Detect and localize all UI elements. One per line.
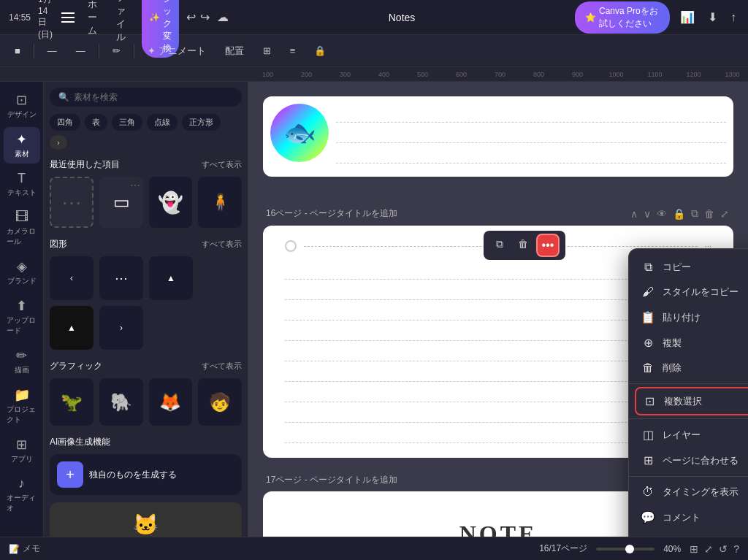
filter-square[interactable]: 四角 xyxy=(50,114,80,131)
pen-icon[interactable]: ✏ xyxy=(107,42,126,59)
expand-icon[interactable]: ⤢ xyxy=(719,207,730,221)
slider-track[interactable] xyxy=(596,548,654,551)
lock-icon[interactable]: 🔒 xyxy=(308,42,332,59)
grid-icon[interactable]: ⊞ xyxy=(257,42,277,59)
graphic-2[interactable]: 🐘 xyxy=(99,378,143,426)
animate-button[interactable]: ✦ アニメート xyxy=(142,42,212,61)
sidebar-item-upload[interactable]: ⬆ アップロード xyxy=(4,294,40,340)
sidebar-item-brand[interactable]: ◈ ブランド xyxy=(4,254,40,291)
filter-triangle[interactable]: 三角 xyxy=(112,114,142,131)
recent-grid: ⋯ ▭ ⋯ 👻 🧍 xyxy=(50,177,242,228)
menu-link[interactable]: 🔗 リンク Ctrl+K xyxy=(629,530,748,537)
context-menu: ⧉ コピー Ctrl+C 🖌 スタイルをコピー Ctrl+Alt+C 📋 貼り付… xyxy=(628,248,748,537)
filter-table[interactable]: 表 xyxy=(85,114,107,131)
sidebar-item-camera[interactable]: 🎞 カメラロール xyxy=(4,205,40,251)
text-icon: T xyxy=(18,171,26,186)
recent-see-all[interactable]: すべて表示 xyxy=(202,159,242,170)
stats-icon[interactable]: 📊 xyxy=(677,7,698,27)
copy-float-btn[interactable]: ⧉ xyxy=(489,234,510,254)
menu-paste[interactable]: 📋 貼り付け Ctrl+V xyxy=(629,304,748,330)
file-nav[interactable]: ファイル xyxy=(110,0,134,45)
stop-btn[interactable]: ■ xyxy=(9,42,26,59)
undo-bottom-icon[interactable]: ↺ xyxy=(719,543,728,555)
menu-timing[interactable]: ⏱ タイミングを表示 xyxy=(629,480,748,505)
search-input[interactable] xyxy=(74,92,233,102)
recent-item-4[interactable]: 🧍 xyxy=(198,177,242,228)
fullscreen-icon[interactable]: ⤢ xyxy=(704,543,713,555)
menu-copy-style[interactable]: 🖌 スタイルをコピー Ctrl+Alt+C xyxy=(629,280,748,304)
trash-float-btn[interactable]: 🗑 xyxy=(513,234,533,254)
filter-square2[interactable]: 正方形 xyxy=(182,114,221,131)
grid-view-icon[interactable]: ⊞ xyxy=(690,543,698,555)
copy-page-icon[interactable]: ⧉ xyxy=(690,206,700,221)
filter-more[interactable]: › xyxy=(50,135,67,150)
slider-thumb[interactable] xyxy=(625,545,634,553)
topbar-right: ⭐ Canva Proをお試しください 📊 ⬇ ↑ xyxy=(575,1,739,34)
zoom-slider xyxy=(596,548,654,551)
lock-page-icon[interactable]: 🔒 xyxy=(671,207,687,221)
delete-page-icon[interactable]: 🗑 xyxy=(703,207,716,221)
top-bar: 14:55 1月14日(日) ホーム ファイル ✨ マジック変換 ↩ ↪ ☁ N… xyxy=(0,0,748,35)
filter-row: 四角 表 三角 点線 正方形 › xyxy=(50,114,242,150)
dash-btn[interactable]: — xyxy=(42,42,63,59)
shape-arrow-right[interactable]: › xyxy=(99,306,143,350)
separator-3 xyxy=(134,44,134,58)
shape-dark-triangle[interactable]: ▲ xyxy=(50,306,94,350)
sidebar-item-material[interactable]: ✦ 素材 xyxy=(4,127,40,164)
sidebar-item-design[interactable]: ⊡ デザイン xyxy=(4,88,40,124)
memo-icon: 📝 xyxy=(9,544,20,554)
sidebar-item-text[interactable]: T テキスト xyxy=(4,166,40,202)
filter-icon[interactable]: ≡ xyxy=(284,42,302,59)
menu-fit-page[interactable]: ⊞ ページに合わせる › xyxy=(629,448,748,473)
sidebar-item-app[interactable]: ⊞ アプリ xyxy=(4,432,40,469)
chevron-up-icon[interactable]: ∧ xyxy=(629,207,639,221)
menu-duplicate[interactable]: ⊕ 複製 Ctrl+D xyxy=(629,330,748,356)
recent-item-2[interactable]: ▭ ⋯ xyxy=(99,177,143,228)
notes-title: Notes xyxy=(389,12,416,23)
filter-dotted[interactable]: 点線 xyxy=(147,114,178,131)
shapes-grid: ‹ ⋯ ▲ ▲ › xyxy=(50,256,242,350)
menu-delete[interactable]: 🗑 削除 DELETE xyxy=(629,356,748,380)
shape-dots[interactable]: ⋯ xyxy=(99,256,143,300)
page-16-header: 16ページ - ページタイトルを追加 ∧ ∨ 👁 🔒 ⧉ 🗑 ⤢ xyxy=(263,206,733,221)
menu-copy[interactable]: ⧉ コピー Ctrl+C xyxy=(629,255,748,280)
fish-decoration: 🐟 xyxy=(263,96,733,169)
menu-comment[interactable]: 💬 コメント Ctrl+Alt+N xyxy=(629,505,748,530)
redo-button[interactable]: ↪ xyxy=(200,10,210,24)
graphic-1[interactable]: 🦖 xyxy=(50,378,94,426)
graphics-see-all[interactable]: すべて表示 xyxy=(202,361,242,372)
time-display: 14:55 xyxy=(9,12,31,23)
sidebar-item-draw[interactable]: ✏ 描画 xyxy=(4,343,40,380)
sidebar-item-project[interactable]: 📁 プロジェクト xyxy=(4,383,40,429)
shape-triangle[interactable]: ▲ xyxy=(149,256,193,300)
arrange-button[interactable]: 配置 xyxy=(219,42,250,61)
three-dots-btn[interactable]: ••• xyxy=(536,234,560,257)
download-icon[interactable]: ⬇ xyxy=(705,7,720,27)
graphic-4[interactable]: 🧒 xyxy=(198,378,242,426)
graphic-3[interactable]: 🦊 xyxy=(149,378,193,426)
more-icon[interactable]: ⋯ xyxy=(130,180,140,191)
cloud-save-icon[interactable]: ☁ xyxy=(217,10,229,24)
search-bar: 🔍 xyxy=(50,88,242,107)
shapes-see-all[interactable]: すべて表示 xyxy=(202,239,242,250)
memo-button[interactable]: 📝 メモ xyxy=(9,542,40,555)
chevron-down-icon[interactable]: ∨ xyxy=(642,207,652,221)
undo-button[interactable]: ↩ xyxy=(186,10,196,24)
hamburger-icon[interactable] xyxy=(61,9,75,26)
shape-arrow-left[interactable]: ‹ xyxy=(50,256,94,300)
home-nav[interactable]: ホーム xyxy=(82,0,103,39)
menu-multi-select[interactable]: ⊡ 複数選択 xyxy=(635,387,748,415)
dash2-btn[interactable]: — xyxy=(70,42,91,59)
sidebar-item-audio[interactable]: ♪ オーディオ xyxy=(4,472,40,518)
page-17-title: 17ページ - ページタイトルを追加 xyxy=(266,474,397,486)
share-icon[interactable]: ↑ xyxy=(728,8,739,27)
menu-layer[interactable]: ◫ レイヤー › xyxy=(629,422,748,448)
canva-pro-button[interactable]: ⭐ Canva Proをお試しください xyxy=(575,1,670,34)
recent-item-3[interactable]: 👻 xyxy=(149,177,193,228)
eye-icon[interactable]: 👁 xyxy=(655,207,668,221)
ai-card-cat[interactable]: 🐱 「花が咲く森の中のかわいいアニメ猫」 xyxy=(50,502,242,537)
ai-generate-section[interactable]: + 独自のものを生成する xyxy=(50,454,242,495)
line xyxy=(336,123,726,143)
help-icon[interactable]: ? xyxy=(733,543,739,555)
recent-item-1[interactable]: ⋯ xyxy=(50,177,94,228)
